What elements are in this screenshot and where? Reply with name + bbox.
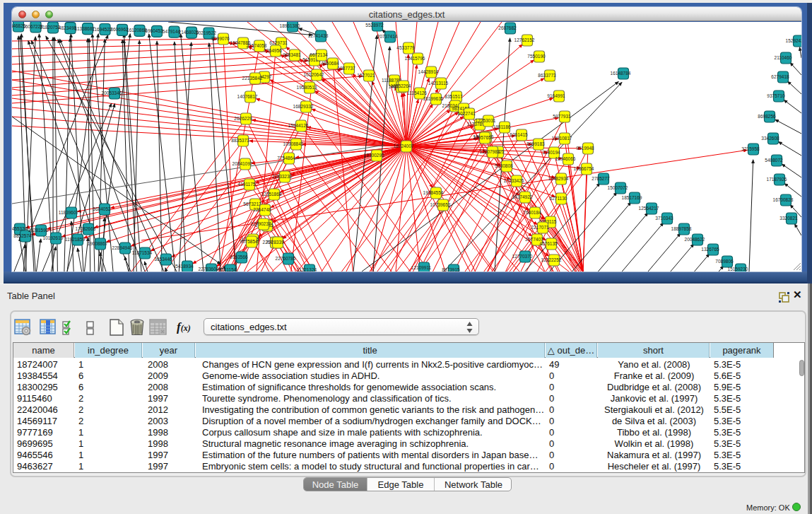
svg-text:7728339: 7728339	[266, 240, 284, 245]
svg-text:2264748: 2264748	[253, 207, 271, 212]
svg-text:16120868: 16120868	[126, 28, 147, 33]
svg-text:4533779: 4533779	[396, 45, 415, 50]
svg-text:10666754: 10666754	[574, 166, 594, 171]
svg-text:8099076: 8099076	[211, 36, 230, 41]
svg-text:18724007: 18724007	[394, 144, 414, 148]
svg-text:7550190: 7550190	[527, 54, 546, 59]
svg-text:3684052: 3684052	[93, 206, 111, 211]
svg-text:11321324: 11321324	[297, 267, 317, 271]
svg-text:22783604: 22783604	[199, 267, 219, 271]
svg-text:6229731: 6229731	[269, 40, 288, 45]
svg-text:12109911: 12109911	[411, 265, 432, 270]
svg-text:3710343: 3710343	[655, 216, 673, 221]
svg-text:10852264: 10852264	[391, 83, 411, 88]
svg-text:8351517: 8351517	[445, 94, 463, 99]
svg-text:7264956: 7264956	[264, 48, 282, 53]
svg-text:2795765: 2795765	[473, 135, 491, 140]
svg-text:10120642: 10120642	[304, 72, 324, 77]
svg-text:16829332: 16829332	[293, 104, 314, 109]
svg-text:19482934: 19482934	[548, 176, 569, 181]
svg-text:4823498: 4823498	[59, 25, 77, 30]
svg-text:21820753: 21820753	[40, 25, 61, 30]
svg-text:18910817: 18910817	[552, 136, 572, 141]
svg-text:16199635: 16199635	[423, 96, 444, 101]
svg-text:6672134: 6672134	[310, 52, 328, 57]
svg-text:8633773: 8633773	[538, 73, 556, 78]
svg-text:1527021: 1527021	[357, 73, 375, 78]
svg-text:20219522: 20219522	[196, 30, 216, 35]
svg-text:7640184: 7640184	[523, 210, 541, 215]
svg-text:3342608: 3342608	[761, 136, 779, 141]
svg-text:11833230: 11833230	[272, 174, 293, 179]
svg-text:1987737: 1987737	[337, 66, 355, 71]
svg-text:15944126: 15944126	[288, 123, 309, 128]
svg-text:19580513: 19580513	[297, 85, 317, 90]
svg-text:10192619: 10192619	[43, 235, 64, 240]
svg-text:12351868: 12351868	[261, 192, 282, 197]
svg-text:1981186: 1981186	[493, 124, 511, 129]
svg-text:12762152: 12762152	[514, 37, 535, 42]
svg-text:18961380: 18961380	[280, 23, 300, 28]
svg-text:19384554: 19384554	[423, 190, 444, 195]
svg-text:17033426: 17033426	[504, 178, 524, 183]
svg-text:7089806: 7089806	[715, 259, 734, 264]
svg-text:16700828: 16700828	[773, 197, 794, 202]
svg-text:4191175: 4191175	[238, 182, 256, 187]
svg-text:22760786: 22760786	[276, 256, 296, 261]
svg-text:3653446: 3653446	[154, 257, 172, 262]
svg-text:5130808: 5130808	[495, 163, 513, 168]
svg-text:1326765: 1326765	[701, 247, 719, 252]
svg-text:11154126: 11154126	[407, 90, 427, 95]
svg-text:8852574: 8852574	[13, 233, 32, 238]
svg-text:5418934: 5418934	[175, 264, 194, 269]
svg-text:18517169: 18517169	[622, 195, 642, 200]
svg-text:12253031: 12253031	[476, 118, 496, 123]
svg-text:4576135: 4576135	[539, 241, 558, 246]
svg-text:6022741: 6022741	[457, 111, 476, 116]
svg-text:12607983: 12607983	[480, 149, 500, 154]
svg-text:22894946: 22894946	[112, 245, 133, 250]
svg-text:17187926: 17187926	[767, 177, 787, 182]
svg-text:19008867: 19008867	[88, 241, 108, 246]
svg-text:5408072: 5408072	[765, 158, 783, 163]
svg-text:13415796: 13415796	[405, 56, 425, 61]
svg-text:10739653: 10739653	[430, 202, 451, 207]
svg-text:8999183: 8999183	[526, 141, 545, 146]
svg-text:8835373: 8835373	[231, 138, 249, 143]
svg-text:2785277: 2785277	[592, 176, 610, 181]
svg-text:14213115: 14213115	[428, 81, 449, 86]
svg-text:5977931: 5977931	[553, 114, 571, 119]
svg-text:20841097: 20841097	[233, 161, 253, 166]
svg-text:6271130: 6271130	[550, 196, 567, 201]
svg-text:20737414: 20737414	[377, 34, 398, 39]
svg-text:11921859: 11921859	[65, 237, 86, 242]
svg-text:2687682: 2687682	[498, 25, 517, 30]
svg-text:15007072: 15007072	[608, 185, 628, 190]
svg-text:12741438: 12741438	[308, 33, 329, 38]
svg-text:19281590: 19281590	[28, 228, 49, 233]
svg-text:6960453: 6960453	[145, 28, 163, 33]
svg-text:5528972: 5528972	[365, 23, 384, 28]
svg-text:6279418: 6279418	[771, 74, 789, 79]
svg-text:12770370: 12770370	[512, 254, 533, 259]
svg-text:9075854: 9075854	[240, 239, 258, 244]
svg-text:7754864: 7754864	[277, 156, 295, 160]
svg-text:2110460: 2110460	[775, 55, 792, 60]
svg-text:11871534: 11871534	[132, 250, 153, 255]
svg-text:11694522: 11694522	[92, 27, 112, 32]
svg-text:2140194: 2140194	[542, 150, 560, 155]
svg-text:18897858: 18897858	[671, 226, 692, 231]
svg-text:9375710: 9375710	[767, 93, 785, 98]
svg-text:4860684: 4860684	[321, 61, 339, 66]
svg-text:2217071: 2217071	[531, 225, 549, 230]
svg-text:3320821: 3320821	[779, 216, 798, 221]
svg-text:6261415: 6261415	[510, 132, 528, 137]
svg-text:9683481: 9683481	[283, 52, 301, 57]
svg-text:15292423: 15292423	[786, 38, 801, 43]
svg-text:22135842: 22135842	[242, 76, 263, 81]
svg-text:17082668: 17082668	[76, 226, 96, 231]
svg-text:18300295: 18300295	[364, 153, 384, 158]
svg-text:12790237: 12790237	[251, 221, 271, 226]
svg-text:10908841: 10908841	[283, 141, 304, 146]
svg-text:20048622: 20048622	[685, 237, 705, 242]
